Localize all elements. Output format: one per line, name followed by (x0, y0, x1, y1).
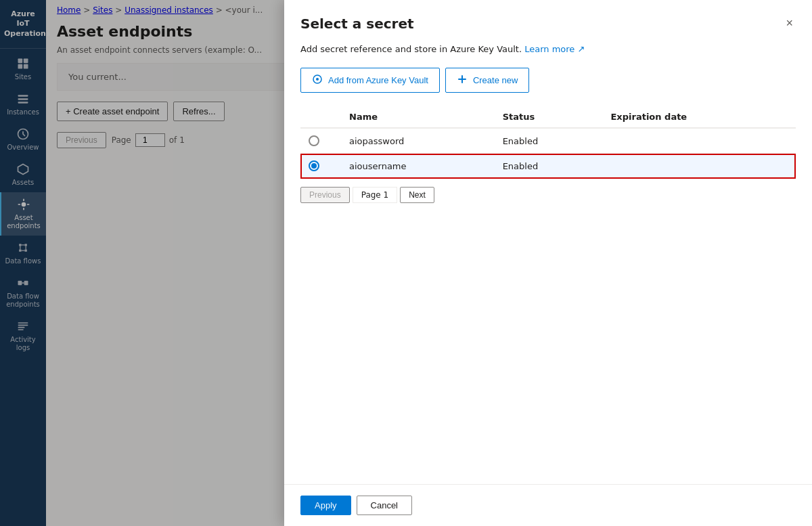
create-new-label: Create new (473, 75, 518, 85)
cancel-button[interactable]: Cancel (357, 496, 412, 515)
apply-button[interactable]: Apply (300, 496, 351, 515)
secrets-table: Name Status Expiration date aiopassword … (300, 106, 796, 179)
secret-status-1: Enabled (495, 128, 603, 154)
description-text: Add secret reference and store in Azure … (300, 44, 522, 54)
table-next-button[interactable]: Next (400, 187, 434, 203)
table-page-label: Page 1 (353, 187, 398, 203)
svg-point-13 (316, 78, 319, 81)
secret-status-2: Enabled (495, 154, 603, 179)
radio-cell-2[interactable] (300, 154, 341, 179)
dialog-body: Add secret reference and store in Azure … (284, 39, 812, 484)
close-dialog-button[interactable]: × (783, 14, 796, 33)
secret-expiration-1 (602, 128, 796, 154)
dialog-title: Select a secret (300, 16, 414, 32)
key-vault-icon (312, 74, 323, 87)
external-link-icon: ↗ (578, 44, 585, 54)
radio-aiousername[interactable] (309, 160, 319, 171)
col-status-header: Status (495, 106, 603, 128)
action-buttons: Add from Azure Key Vault Create new (300, 68, 796, 93)
col-name-header: Name (341, 106, 495, 128)
table-previous-button[interactable]: Previous (300, 187, 350, 203)
create-new-button[interactable]: Create new (445, 68, 529, 93)
radio-cell-1[interactable] (300, 128, 341, 154)
table-row[interactable]: aiopassword Enabled (300, 128, 796, 154)
col-name (300, 106, 341, 128)
create-new-icon (457, 74, 468, 87)
dialog-footer: Apply Cancel (284, 484, 812, 526)
radio-aiopassword[interactable] (309, 135, 319, 146)
add-from-vault-button[interactable]: Add from Azure Key Vault (300, 68, 440, 93)
dialog-description: Add secret reference and store in Azure … (300, 44, 796, 54)
secret-name-1: aiopassword (341, 128, 495, 154)
close-icon: × (786, 16, 793, 30)
col-expiration-header: Expiration date (602, 106, 796, 128)
select-secret-dialog: Select a secret × Add secret reference a… (284, 0, 812, 526)
secret-name-2: aiousername (341, 154, 495, 179)
table-pagination: Previous Page 1 Next (300, 187, 796, 203)
learn-more-link[interactable]: Learn more ↗ (524, 44, 585, 54)
add-from-vault-label: Add from Azure Key Vault (328, 75, 428, 85)
secret-expiration-2 (602, 154, 796, 179)
table-row-selected[interactable]: aiousername Enabled (300, 154, 796, 179)
dialog-header: Select a secret × (284, 0, 812, 39)
